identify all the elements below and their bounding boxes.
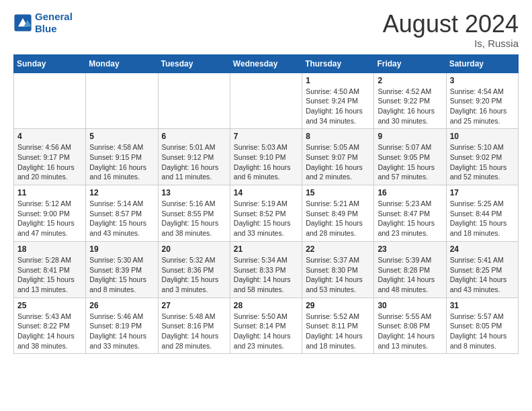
logo-icon	[13, 13, 32, 32]
day-number: 19	[89, 244, 154, 254]
day-info: Sunrise: 5:41 AM Sunset: 8:25 PM Dayligh…	[450, 255, 515, 295]
calendar-week-4: 18Sunrise: 5:28 AM Sunset: 8:41 PM Dayli…	[14, 241, 519, 298]
calendar-cell	[230, 73, 302, 129]
day-info: Sunrise: 5:30 AM Sunset: 8:39 PM Dayligh…	[89, 255, 154, 295]
day-info: Sunrise: 4:52 AM Sunset: 9:22 PM Dayligh…	[378, 87, 442, 126]
calendar-cell: 4Sunrise: 4:56 AM Sunset: 9:17 PM Daylig…	[14, 129, 86, 185]
day-info: Sunrise: 5:19 AM Sunset: 8:52 PM Dayligh…	[234, 199, 298, 238]
day-info: Sunrise: 5:37 AM Sunset: 8:30 PM Dayligh…	[306, 255, 370, 295]
calendar-cell: 6Sunrise: 5:01 AM Sunset: 9:12 PM Daylig…	[158, 129, 230, 185]
day-info: Sunrise: 5:28 AM Sunset: 8:41 PM Dayligh…	[17, 255, 82, 295]
calendar-cell: 2Sunrise: 4:52 AM Sunset: 9:22 PM Daylig…	[374, 73, 446, 129]
day-number: 25	[17, 301, 82, 310]
location: Is, Russia	[383, 38, 519, 49]
calendar: SundayMondayTuesdayWednesdayThursdayFrid…	[13, 54, 519, 355]
day-info: Sunrise: 5:07 AM Sunset: 9:05 PM Dayligh…	[378, 142, 442, 182]
day-number: 15	[306, 188, 370, 197]
calendar-cell: 3Sunrise: 4:54 AM Sunset: 9:20 PM Daylig…	[446, 73, 518, 129]
day-number: 17	[450, 188, 515, 197]
calendar-cell: 5Sunrise: 4:58 AM Sunset: 9:15 PM Daylig…	[86, 129, 158, 185]
day-info: Sunrise: 5:43 AM Sunset: 8:22 PM Dayligh…	[17, 312, 82, 351]
day-info: Sunrise: 4:56 AM Sunset: 9:17 PM Dayligh…	[17, 142, 82, 182]
day-number: 4	[17, 132, 82, 141]
day-info: Sunrise: 5:52 AM Sunset: 8:11 PM Dayligh…	[306, 312, 370, 351]
weekday-header-row: SundayMondayTuesdayWednesdayThursdayFrid…	[14, 54, 519, 73]
calendar-cell: 22Sunrise: 5:37 AM Sunset: 8:30 PM Dayli…	[302, 241, 374, 298]
month-year: August 2024	[383, 11, 519, 38]
weekday-header-tuesday: Tuesday	[158, 54, 230, 73]
calendar-week-3: 11Sunrise: 5:12 AM Sunset: 9:00 PM Dayli…	[14, 185, 519, 242]
calendar-cell: 27Sunrise: 5:48 AM Sunset: 8:16 PM Dayli…	[158, 298, 230, 354]
calendar-cell: 20Sunrise: 5:32 AM Sunset: 8:36 PM Dayli…	[158, 241, 230, 298]
day-info: Sunrise: 5:46 AM Sunset: 8:19 PM Dayligh…	[89, 312, 154, 351]
day-info: Sunrise: 5:23 AM Sunset: 8:47 PM Dayligh…	[378, 199, 442, 238]
calendar-cell: 31Sunrise: 5:57 AM Sunset: 8:05 PM Dayli…	[446, 298, 518, 354]
day-number: 7	[234, 132, 298, 141]
day-number: 8	[306, 132, 370, 141]
day-info: Sunrise: 5:34 AM Sunset: 8:33 PM Dayligh…	[234, 255, 298, 295]
calendar-cell: 26Sunrise: 5:46 AM Sunset: 8:19 PM Dayli…	[86, 298, 158, 354]
logo-text: General Blue	[35, 11, 73, 35]
day-info: Sunrise: 4:58 AM Sunset: 9:15 PM Dayligh…	[89, 142, 154, 182]
calendar-cell: 23Sunrise: 5:39 AM Sunset: 8:28 PM Dayli…	[374, 241, 446, 298]
day-info: Sunrise: 5:14 AM Sunset: 8:57 PM Dayligh…	[89, 199, 154, 238]
day-number: 6	[162, 132, 226, 141]
calendar-cell: 24Sunrise: 5:41 AM Sunset: 8:25 PM Dayli…	[446, 241, 518, 298]
day-number: 24	[450, 244, 515, 254]
calendar-cell: 14Sunrise: 5:19 AM Sunset: 8:52 PM Dayli…	[230, 185, 302, 242]
calendar-cell: 17Sunrise: 5:25 AM Sunset: 8:44 PM Dayli…	[446, 185, 518, 242]
day-number: 14	[234, 188, 298, 197]
day-number: 9	[378, 132, 442, 141]
day-info: Sunrise: 4:50 AM Sunset: 9:24 PM Dayligh…	[306, 87, 370, 126]
day-number: 20	[162, 244, 226, 254]
day-number: 3	[450, 76, 515, 85]
day-number: 13	[162, 188, 226, 197]
calendar-cell	[14, 73, 86, 129]
weekday-header-friday: Friday	[374, 54, 446, 73]
weekday-header-monday: Monday	[86, 54, 158, 73]
day-info: Sunrise: 5:21 AM Sunset: 8:49 PM Dayligh…	[306, 199, 370, 238]
day-info: Sunrise: 5:10 AM Sunset: 9:02 PM Dayligh…	[450, 142, 515, 182]
day-info: Sunrise: 5:12 AM Sunset: 9:00 PM Dayligh…	[17, 199, 82, 238]
day-info: Sunrise: 5:48 AM Sunset: 8:16 PM Dayligh…	[162, 312, 226, 351]
day-number: 1	[306, 76, 370, 85]
day-number: 10	[450, 132, 515, 141]
day-info: Sunrise: 5:57 AM Sunset: 8:05 PM Dayligh…	[450, 312, 515, 351]
calendar-cell: 8Sunrise: 5:05 AM Sunset: 9:07 PM Daylig…	[302, 129, 374, 185]
day-number: 18	[17, 244, 82, 254]
calendar-cell: 25Sunrise: 5:43 AM Sunset: 8:22 PM Dayli…	[14, 298, 86, 354]
day-info: Sunrise: 5:32 AM Sunset: 8:36 PM Dayligh…	[162, 255, 226, 295]
calendar-week-1: 1Sunrise: 4:50 AM Sunset: 9:24 PM Daylig…	[14, 73, 519, 129]
page: General Blue August 2024 Is, Russia Sund…	[0, 0, 532, 365]
header: General Blue August 2024 Is, Russia	[13, 11, 519, 49]
calendar-week-5: 25Sunrise: 5:43 AM Sunset: 8:22 PM Dayli…	[14, 298, 519, 354]
day-number: 22	[306, 244, 370, 254]
day-info: Sunrise: 5:03 AM Sunset: 9:10 PM Dayligh…	[234, 142, 298, 182]
weekday-header-saturday: Saturday	[446, 54, 518, 73]
weekday-header-wednesday: Wednesday	[230, 54, 302, 73]
calendar-cell: 18Sunrise: 5:28 AM Sunset: 8:41 PM Dayli…	[14, 241, 86, 298]
day-info: Sunrise: 5:55 AM Sunset: 8:08 PM Dayligh…	[378, 312, 442, 351]
day-number: 31	[450, 301, 515, 310]
weekday-header-thursday: Thursday	[302, 54, 374, 73]
day-info: Sunrise: 5:05 AM Sunset: 9:07 PM Dayligh…	[306, 142, 370, 182]
calendar-cell: 19Sunrise: 5:30 AM Sunset: 8:39 PM Dayli…	[86, 241, 158, 298]
calendar-cell	[158, 73, 230, 129]
day-number: 29	[306, 301, 370, 310]
day-number: 12	[89, 188, 154, 197]
calendar-cell: 9Sunrise: 5:07 AM Sunset: 9:05 PM Daylig…	[374, 129, 446, 185]
day-info: Sunrise: 5:39 AM Sunset: 8:28 PM Dayligh…	[378, 255, 442, 295]
day-number: 30	[378, 301, 442, 310]
calendar-cell: 16Sunrise: 5:23 AM Sunset: 8:47 PM Dayli…	[374, 185, 446, 242]
calendar-cell: 11Sunrise: 5:12 AM Sunset: 9:00 PM Dayli…	[14, 185, 86, 242]
day-number: 11	[17, 188, 82, 197]
day-info: Sunrise: 5:16 AM Sunset: 8:55 PM Dayligh…	[162, 199, 226, 238]
day-number: 27	[162, 301, 226, 310]
calendar-cell: 10Sunrise: 5:10 AM Sunset: 9:02 PM Dayli…	[446, 129, 518, 185]
calendar-cell: 21Sunrise: 5:34 AM Sunset: 8:33 PM Dayli…	[230, 241, 302, 298]
calendar-cell: 28Sunrise: 5:50 AM Sunset: 8:14 PM Dayli…	[230, 298, 302, 354]
calendar-cell: 30Sunrise: 5:55 AM Sunset: 8:08 PM Dayli…	[374, 298, 446, 354]
day-info: Sunrise: 5:01 AM Sunset: 9:12 PM Dayligh…	[162, 142, 226, 182]
day-info: Sunrise: 5:25 AM Sunset: 8:44 PM Dayligh…	[450, 199, 515, 238]
weekday-header-sunday: Sunday	[14, 54, 86, 73]
